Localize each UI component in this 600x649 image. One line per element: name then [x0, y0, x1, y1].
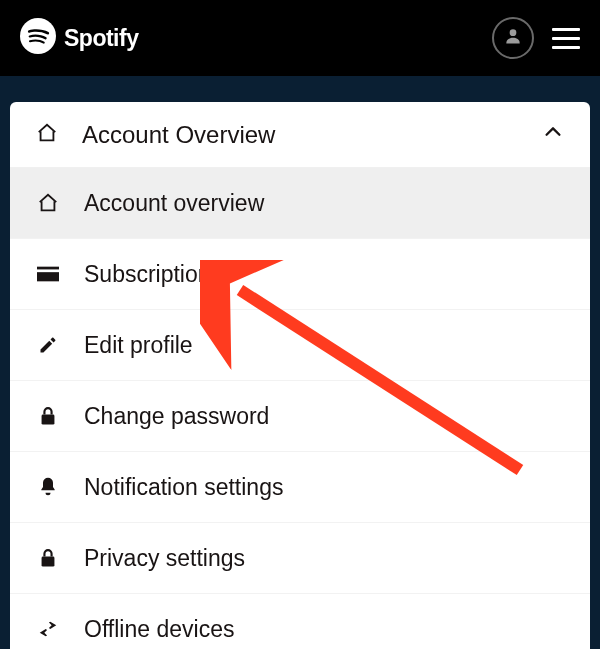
menu-item-label: Privacy settings	[84, 545, 245, 572]
menu-item-notification-settings[interactable]: Notification settings	[10, 452, 590, 523]
topbar-actions	[492, 17, 580, 59]
menu-item-change-password[interactable]: Change password	[10, 381, 590, 452]
menu-item-edit-profile[interactable]: Edit profile	[10, 310, 590, 381]
spotify-logo-icon	[20, 18, 56, 58]
svg-point-1	[510, 29, 517, 36]
menu-item-label: Subscription	[84, 261, 211, 288]
menu-header-label: Account Overview	[82, 121, 542, 149]
lock-icon	[36, 406, 60, 426]
user-icon	[503, 26, 523, 50]
pencil-icon	[36, 335, 60, 355]
svg-rect-3	[37, 272, 59, 281]
home-icon	[36, 192, 60, 214]
svg-rect-5	[42, 557, 55, 567]
menu-item-label: Edit profile	[84, 332, 193, 359]
home-icon	[36, 122, 58, 148]
menu-item-label: Change password	[84, 403, 269, 430]
menu-button[interactable]	[552, 28, 580, 49]
menu-item-label: Notification settings	[84, 474, 283, 501]
svg-rect-4	[42, 415, 55, 425]
card-icon	[36, 266, 60, 282]
menu-item-subscription[interactable]: Subscription	[10, 239, 590, 310]
menu-item-privacy-settings[interactable]: Privacy settings	[10, 523, 590, 594]
account-menu-panel: Account Overview Account overview Subscr…	[10, 102, 590, 649]
menu-item-account-overview[interactable]: Account overview	[10, 168, 590, 239]
lock-icon	[36, 548, 60, 568]
menu-item-offline-devices[interactable]: Offline devices	[10, 594, 590, 649]
brand[interactable]: Spotify	[20, 18, 138, 58]
svg-rect-2	[37, 267, 59, 270]
menu-item-label: Offline devices	[84, 616, 234, 643]
menu-header[interactable]: Account Overview	[10, 102, 590, 168]
brand-name: Spotify	[64, 25, 138, 52]
bell-icon	[36, 476, 60, 498]
menu-item-label: Account overview	[84, 190, 264, 217]
top-bar: Spotify	[0, 0, 600, 76]
profile-button[interactable]	[492, 17, 534, 59]
swap-icon	[36, 621, 60, 637]
chevron-up-icon	[542, 121, 564, 149]
